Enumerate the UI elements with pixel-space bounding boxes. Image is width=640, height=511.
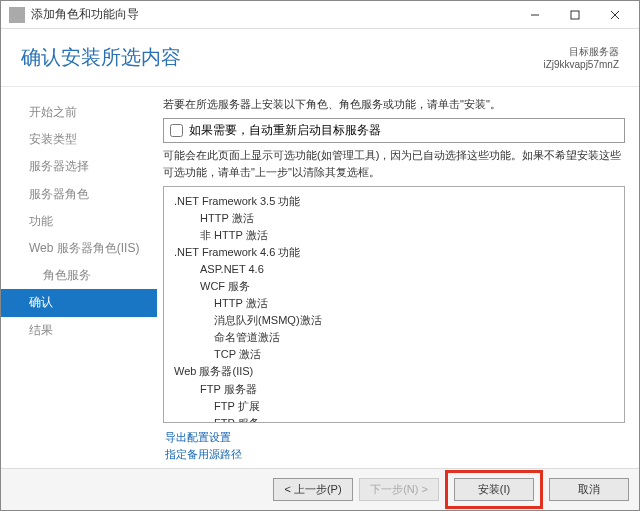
minimize-icon <box>530 10 540 20</box>
step-install-type[interactable]: 安装类型 <box>1 126 157 153</box>
feature-item: FTP 扩展 <box>172 398 616 415</box>
footer: < 上一步(P) 下一步(N) > 安装(I) 取消 <box>1 468 639 510</box>
next-button: 下一步(N) > <box>359 478 439 501</box>
maximize-icon <box>570 10 580 20</box>
features-list[interactable]: .NET Framework 3.5 功能HTTP 激活非 HTTP 激活.NE… <box>163 186 625 423</box>
target-label: 目标服务器 <box>543 45 619 59</box>
auto-restart-label: 如果需要，自动重新启动目标服务器 <box>189 122 381 139</box>
feature-item: TCP 激活 <box>172 346 616 363</box>
feature-item: HTTP 激活 <box>172 210 616 227</box>
links: 导出配置设置 指定备用源路径 <box>163 423 625 468</box>
sidebar: 开始之前 安装类型 服务器选择 服务器角色 功能 Web 服务器角色(IIS) … <box>1 87 157 468</box>
install-highlight: 安装(I) <box>445 470 543 509</box>
feature-item: WCF 服务 <box>172 278 616 295</box>
step-iis-role[interactable]: Web 服务器角色(IIS) <box>1 235 157 262</box>
feature-item: FTP 服务器 <box>172 381 616 398</box>
app-icon <box>9 7 25 23</box>
window-controls <box>515 2 635 28</box>
svg-rect-1 <box>571 11 579 19</box>
feature-item: 消息队列(MSMQ)激活 <box>172 312 616 329</box>
feature-item: Web 服务器(IIS) <box>172 363 616 380</box>
maximize-button[interactable] <box>555 2 595 28</box>
note-text: 可能会在此页面上显示可选功能(如管理工具)，因为已自动选择这些功能。如果不希望安… <box>163 147 625 180</box>
step-role-services[interactable]: 角色服务 <box>1 262 157 289</box>
export-config-link[interactable]: 导出配置设置 <box>165 429 623 446</box>
step-server-select[interactable]: 服务器选择 <box>1 153 157 180</box>
feature-item: .NET Framework 3.5 功能 <box>172 193 616 210</box>
step-before[interactable]: 开始之前 <box>1 99 157 126</box>
install-button[interactable]: 安装(I) <box>454 478 534 501</box>
cancel-button[interactable]: 取消 <box>549 478 629 501</box>
step-results[interactable]: 结果 <box>1 317 157 344</box>
auto-restart-checkbox[interactable] <box>170 124 183 137</box>
intro-text: 若要在所选服务器上安装以下角色、角色服务或功能，请单击"安装"。 <box>163 97 625 112</box>
header: 确认安装所选内容 目标服务器 iZj9kkvapj57mnZ <box>1 29 639 87</box>
auto-restart-row: 如果需要，自动重新启动目标服务器 <box>163 118 625 143</box>
target-server: 目标服务器 iZj9kkvapj57mnZ <box>543 45 619 70</box>
feature-item: .NET Framework 4.6 功能 <box>172 244 616 261</box>
close-button[interactable] <box>595 2 635 28</box>
feature-item: HTTP 激活 <box>172 295 616 312</box>
minimize-button[interactable] <box>515 2 555 28</box>
window-title: 添加角色和功能向导 <box>31 6 515 23</box>
main-panel: 若要在所选服务器上安装以下角色、角色服务或功能，请单击"安装"。 如果需要，自动… <box>157 87 639 468</box>
feature-item: FTP 服务 <box>172 415 616 423</box>
feature-item: 命名管道激活 <box>172 329 616 346</box>
close-icon <box>610 10 620 20</box>
step-features[interactable]: 功能 <box>1 208 157 235</box>
step-confirm[interactable]: 确认 <box>1 289 157 316</box>
feature-item: ASP.NET 4.6 <box>172 261 616 278</box>
feature-item: 非 HTTP 激活 <box>172 227 616 244</box>
page-heading: 确认安装所选内容 <box>21 44 543 71</box>
body: 开始之前 安装类型 服务器选择 服务器角色 功能 Web 服务器角色(IIS) … <box>1 87 639 468</box>
target-value: iZj9kkvapj57mnZ <box>543 59 619 70</box>
previous-button[interactable]: < 上一步(P) <box>273 478 353 501</box>
alt-source-link[interactable]: 指定备用源路径 <box>165 446 623 463</box>
step-server-roles[interactable]: 服务器角色 <box>1 181 157 208</box>
wizard-window: 添加角色和功能向导 确认安装所选内容 目标服务器 iZj9kkvapj57mnZ… <box>0 0 640 511</box>
titlebar: 添加角色和功能向导 <box>1 1 639 29</box>
